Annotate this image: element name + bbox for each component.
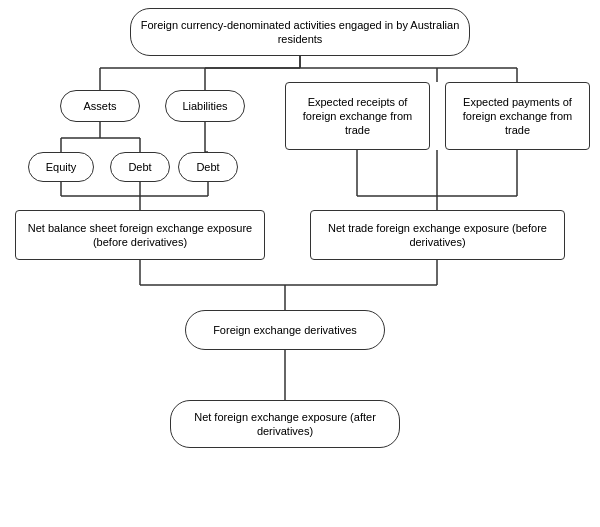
liabilities-node: Liabilities bbox=[165, 90, 245, 122]
net-fx-node: Net foreign exchange exposure (after der… bbox=[170, 400, 400, 448]
debt2-node: Debt bbox=[178, 152, 238, 182]
debt1-node: Debt bbox=[110, 152, 170, 182]
root-node: Foreign currency-denominated activities … bbox=[130, 8, 470, 56]
payments-node: Expected payments of foreign exchange fr… bbox=[445, 82, 590, 150]
assets-node: Assets bbox=[60, 90, 140, 122]
equity-node: Equity bbox=[28, 152, 94, 182]
derivatives-node: Foreign exchange derivatives bbox=[185, 310, 385, 350]
diagram: Foreign currency-denominated activities … bbox=[0, 0, 600, 527]
net-trade-node: Net trade foreign exchange exposure (bef… bbox=[310, 210, 565, 260]
net-balance-node: Net balance sheet foreign exchange expos… bbox=[15, 210, 265, 260]
receipts-node: Expected receipts of foreign exchange fr… bbox=[285, 82, 430, 150]
